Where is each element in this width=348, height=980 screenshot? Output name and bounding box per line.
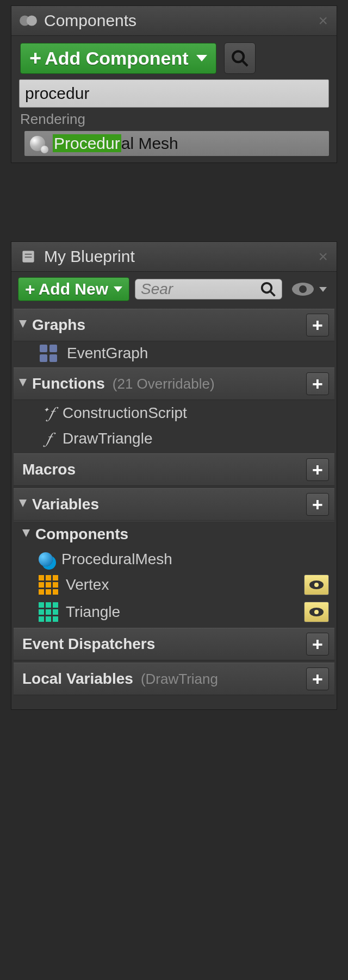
var-proceduralmesh[interactable]: ProceduralMesh xyxy=(14,547,334,571)
svg-point-1 xyxy=(27,15,37,26)
section-variables[interactable]: Variables + xyxy=(14,488,334,521)
blueprint-search-input[interactable] xyxy=(141,280,195,298)
view-options-button[interactable] xyxy=(288,281,330,297)
section-components-vars[interactable]: Components xyxy=(14,521,334,547)
section-local-variables[interactable]: Local Variables (DrawTriang + xyxy=(14,663,334,695)
category-rendering: Rendering xyxy=(11,108,337,129)
array-icon xyxy=(39,602,58,622)
disclosure-icon xyxy=(19,500,27,507)
section-functions[interactable]: Functions (21 Overridable) + xyxy=(14,367,334,400)
disclosure-icon xyxy=(22,529,30,537)
eye-icon xyxy=(291,281,315,297)
search-button[interactable] xyxy=(224,42,256,74)
array-icon xyxy=(39,575,58,595)
search-result-procedural-mesh[interactable]: Procedural Mesh xyxy=(24,131,329,156)
disclosure-icon xyxy=(19,320,27,328)
svg-point-2 xyxy=(233,51,244,62)
plus-icon: + xyxy=(25,280,35,298)
svg-point-7 xyxy=(262,283,272,293)
components-tab-icon xyxy=(19,13,38,29)
plus-icon: + xyxy=(29,48,41,68)
visibility-toggle[interactable] xyxy=(304,602,329,622)
search-result-label: Procedural Mesh xyxy=(53,134,178,153)
svg-line-8 xyxy=(270,291,275,296)
var-vertex[interactable]: Vertex xyxy=(14,571,334,598)
blueprint-tab-icon xyxy=(19,248,38,265)
add-graph-button[interactable]: + xyxy=(306,314,329,336)
close-icon[interactable]: × xyxy=(318,11,328,30)
add-new-label: Add New xyxy=(39,280,108,298)
search-icon xyxy=(260,281,276,297)
add-macro-button[interactable]: + xyxy=(306,458,329,481)
component-icon xyxy=(39,552,53,566)
add-component-label: Add Component xyxy=(45,48,188,69)
function-icon: 𝑓 xyxy=(40,429,57,448)
blueprint-toolbar: + Add New xyxy=(11,272,337,302)
components-tab[interactable]: Components × xyxy=(11,6,337,36)
section-graphs[interactable]: Graphs + xyxy=(14,309,334,341)
my-blueprint-panel: My Blueprint × + Add New xyxy=(11,241,337,710)
section-event-dispatchers[interactable]: Event Dispatchers + xyxy=(14,628,334,660)
svg-line-3 xyxy=(242,60,247,66)
svg-point-12 xyxy=(314,583,319,587)
chevron-down-icon xyxy=(196,55,207,61)
visibility-toggle[interactable] xyxy=(304,575,329,595)
components-toolbar: + Add Component xyxy=(11,36,337,76)
chevron-down-icon xyxy=(319,287,327,292)
add-dispatcher-button[interactable]: + xyxy=(306,633,329,656)
eye-icon xyxy=(308,579,325,590)
close-icon[interactable]: × xyxy=(318,247,328,266)
graph-icon xyxy=(40,345,59,362)
add-local-var-button[interactable]: + xyxy=(306,667,329,690)
components-panel: Components × + Add Component Rendering xyxy=(11,5,337,163)
add-function-button[interactable]: + xyxy=(306,372,329,395)
mesh-icon xyxy=(30,136,45,151)
blueprint-tree: Graphs + EventGraph Functions (21 Overri… xyxy=(11,302,337,703)
svg-point-14 xyxy=(314,610,319,614)
tree-item-eventgraph[interactable]: EventGraph xyxy=(14,341,334,365)
svg-point-10 xyxy=(299,285,307,293)
eye-icon xyxy=(308,607,325,617)
disclosure-icon xyxy=(19,379,27,386)
section-macros[interactable]: Macros + xyxy=(14,453,334,486)
my-blueprint-title: My Blueprint xyxy=(44,247,135,266)
search-icon xyxy=(231,49,249,67)
add-variable-button[interactable]: + xyxy=(306,493,329,516)
var-triangle[interactable]: Triangle xyxy=(14,598,334,626)
add-new-button[interactable]: + Add New xyxy=(18,277,129,301)
components-title: Components xyxy=(44,11,136,30)
my-blueprint-tab[interactable]: My Blueprint × xyxy=(11,242,337,272)
add-component-button[interactable]: + Add Component xyxy=(20,43,216,74)
chevron-down-icon xyxy=(114,286,122,292)
tree-item-constructionscript[interactable]: ✦𝑓 ConstructionScript xyxy=(14,400,334,426)
function-icon: ✦𝑓 xyxy=(40,403,57,422)
tree-item-drawtriangle[interactable]: 𝑓 DrawTriangle xyxy=(14,426,334,451)
component-search-input[interactable] xyxy=(19,79,329,108)
blueprint-search[interactable] xyxy=(135,279,282,299)
